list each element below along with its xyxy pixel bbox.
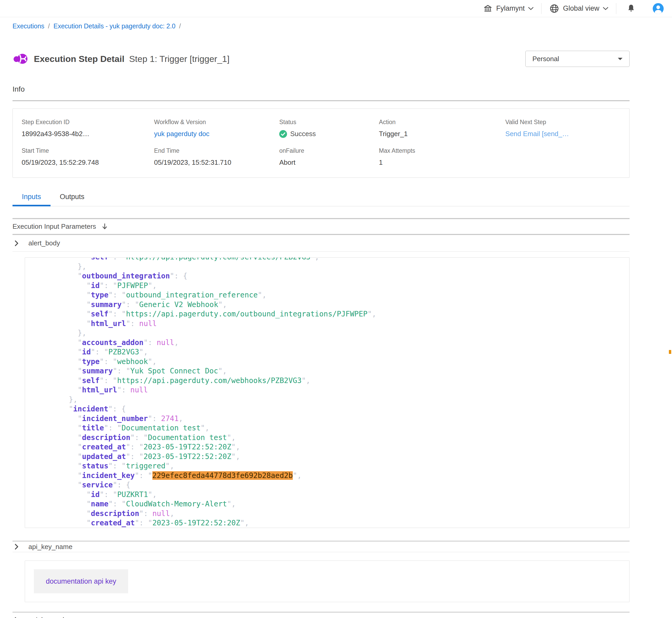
execution-input-parameters-title: Execution Input Parameters [12,222,96,230]
execution-input-parameters-header: Execution Input Parameters [12,218,629,235]
field-label: onFailure [279,147,379,154]
field-onfailure: onFailure Abort [279,147,379,167]
breadcrumb-separator: / [48,22,50,30]
field-value: 1 [379,159,505,167]
field-end-time: End Time 05/19/2023, 15:52:31.710 [154,147,279,167]
org-switcher[interactable]: Fylamynt [475,4,541,13]
chevron-right-icon [15,543,18,550]
param-name: api_key_value [28,616,72,618]
param-row-api-key-value[interactable]: api_key_value [12,612,629,618]
info-heading: Info [12,85,629,93]
globe-icon [549,4,559,13]
breadcrumb: Executions / Execution Details - yuk pag… [12,17,629,30]
notifications-button[interactable] [616,4,646,13]
caret-down-icon [618,58,622,61]
workflow-link[interactable]: yuk pagerduty doc [154,130,279,138]
main-content: Executions / Execution Details - yuk pag… [12,17,629,618]
field-label: Start Time [22,147,154,154]
field-label: Valid Next Step [505,119,629,126]
breadcrumb-separator: / [179,22,181,30]
field-label: Status [279,119,379,126]
field-label: End Time [154,147,279,154]
next-step-link[interactable]: Send Email [send_… [505,130,629,138]
page-title: Execution Step Detail [34,54,124,64]
field-workflow-version: Workflow & Version yuk pagerduty doc [154,119,279,138]
field-value: Abort [279,159,379,167]
view-switcher[interactable]: Global view [541,4,616,13]
param-row-alert-body[interactable]: alert_body [12,235,629,251]
org-name: Fylamynt [496,4,525,12]
title-row: Execution Step Detail Step 1: Trigger [t… [12,51,629,67]
param-row-api-key-name[interactable]: api_key_name [12,541,629,552]
chevron-right-icon [15,240,18,246]
scrollbar-find-marker [669,350,671,354]
field-label: Step Execution ID [22,119,154,126]
field-step-execution-id: Step Execution ID 18992a43-9538-4b2… [22,119,154,138]
field-value: 05/19/2023, 15:52:29.748 [22,159,154,167]
status-badge: Success [290,130,316,138]
field-status: Status Success [279,119,379,138]
param-name: alert_body [28,239,60,247]
json-code: "self": "https://api.pagerduty.com/servi… [25,258,629,528]
field-start-time: Start Time 05/19/2023, 15:52:29.748 [22,147,154,167]
field-label: Action [379,119,505,126]
chevron-down-icon [603,7,608,10]
scope-select-value: Personal [532,55,559,63]
page-subtitle: Step 1: Trigger [trigger_1] [129,54,230,64]
param-name: api_key_name [28,543,72,551]
tab-outputs[interactable]: Outputs [51,189,94,206]
tab-bar: Inputs Outputs [12,189,629,206]
tab-inputs[interactable]: Inputs [12,189,51,206]
chevron-right-icon [15,617,18,618]
scope-select[interactable]: Personal [525,51,629,67]
field-action: Action Trigger_1 [379,119,505,138]
field-value: Trigger_1 [379,130,505,138]
field-value: 18992a43-9538-4b2… [22,130,154,138]
user-avatar[interactable] [653,3,664,14]
api-key-name-value-box: documentation api key [25,560,629,602]
chevron-down-icon [528,7,533,10]
field-label: Workflow & Version [154,119,279,126]
workflow-step-icon [12,51,29,66]
breadcrumb-link-executions[interactable]: Executions [12,22,44,30]
view-name: Global view [563,4,599,12]
info-card: Step Execution ID 18992a43-9538-4b2… Wor… [12,108,629,178]
alert-body-json-viewer[interactable]: "self": "https://api.pagerduty.com/servi… [25,258,629,528]
field-label: Max Attempts [379,147,505,154]
download-arrow-icon[interactable] [101,223,108,230]
bank-icon [483,4,493,13]
field-max-attempts: Max Attempts 1 [379,147,505,167]
bell-icon [627,4,636,13]
success-check-icon [279,130,287,138]
field-value: 05/19/2023, 15:52:31.710 [154,159,279,167]
breadcrumb-link-execution-details[interactable]: Execution Details - yuk pagerduty doc: 2… [54,22,175,30]
top-header: Fylamynt Global view [0,0,672,17]
api-key-name-chip: documentation api key [34,569,128,593]
section-divider [12,100,629,101]
field-valid-next-step: Valid Next Step Send Email [send_… [505,119,629,138]
